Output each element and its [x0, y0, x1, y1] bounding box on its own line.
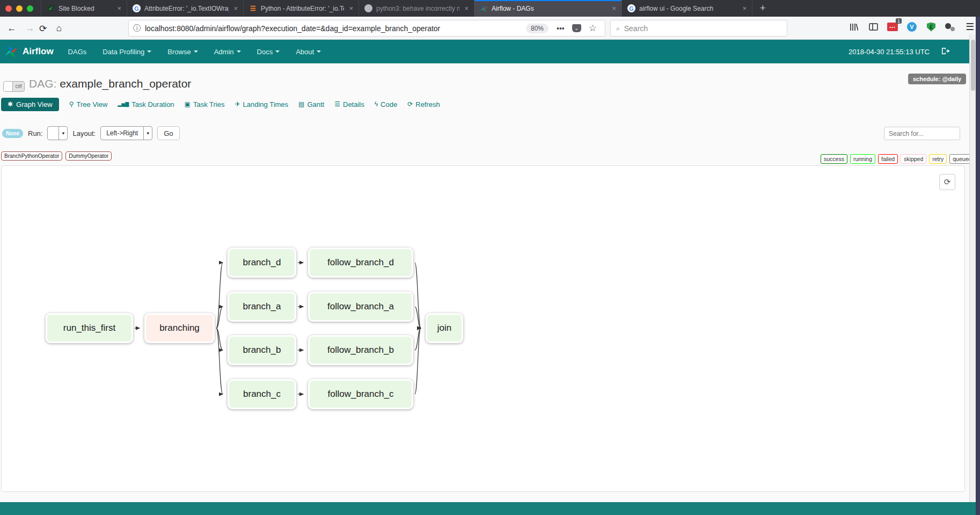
dag-node-follow_branch_d[interactable]: follow_branch_d: [308, 248, 413, 278]
airflow-brand[interactable]: Airflow: [0, 45, 60, 59]
dag-node-branch_d[interactable]: branch_d: [228, 248, 296, 278]
tab-python3-behave[interactable]: python3: behave incorrectly mo ×: [359, 0, 474, 17]
status-badge-success: success: [821, 154, 847, 164]
tab-close-icon[interactable]: ×: [741, 4, 748, 12]
airflow-navbar: Airflow DAGs Data Profiling Browse Admin…: [0, 40, 980, 63]
task-search-input[interactable]: [884, 127, 960, 140]
background-window-edge: [976, 17, 980, 515]
dag-node-branch_c[interactable]: branch_c: [228, 379, 296, 409]
go-button[interactable]: Go: [157, 126, 179, 140]
tab-close-icon[interactable]: ×: [348, 4, 354, 12]
status-badge-failed: failed: [878, 154, 898, 164]
dag-pause-toggle[interactable]: Off: [3, 81, 25, 92]
layout-label: Layout:: [72, 129, 96, 137]
dag-id: example_branch_operator: [60, 77, 191, 90]
utc-clock: 2018-04-30 21:55:13 UTC: [849, 48, 930, 56]
dag-node-branch_b[interactable]: branch_b: [228, 335, 296, 365]
extension-badge: 1: [896, 18, 902, 24]
nav-item-docs[interactable]: Docs: [249, 40, 288, 63]
tab-close-icon[interactable]: ×: [611, 4, 617, 12]
url-text[interactable]: localhost:8080/admin/airflow/graph?execu…: [145, 24, 522, 33]
address-bar[interactable]: ⓘ localhost:8080/admin/airflow/graph?exe…: [128, 20, 605, 37]
dag-node-branching[interactable]: branching: [144, 313, 215, 343]
page-scrollbar[interactable]: [969, 34, 976, 502]
landing-times-button[interactable]: ✈Landing Times: [235, 100, 288, 108]
gantt-button[interactable]: ▤Gantt: [298, 100, 324, 108]
task-tries-button[interactable]: ▣Task Tries: [185, 100, 225, 108]
details-button[interactable]: ☰Details: [334, 100, 364, 108]
layout-select[interactable]: Left->Right ▼: [100, 126, 152, 140]
tab-site-blocked[interactable]: ✓ Site Blocked ×: [41, 0, 127, 17]
zoom-level-badge[interactable]: 80%: [526, 24, 548, 33]
zoom-window-button[interactable]: [27, 5, 33, 12]
caret-down-icon: [317, 50, 321, 53]
nav-item-about[interactable]: About: [288, 40, 329, 63]
vimium-extension-icon[interactable]: V: [906, 21, 918, 33]
home-button[interactable]: ⌂: [52, 21, 67, 36]
bottom-teal-strip: [0, 502, 980, 515]
nav-item-dags[interactable]: DAGs: [60, 40, 95, 63]
dag-node-branch_a[interactable]: branch_a: [228, 292, 296, 322]
privacy-shield-extension-icon[interactable]: £: [925, 21, 937, 33]
dag-node-run_this_first[interactable]: run_this_first: [46, 313, 133, 343]
refresh-button[interactable]: ⟳Refresh: [407, 100, 440, 108]
run-select[interactable]: ▼: [47, 126, 68, 140]
firefox-window: ✓ Site Blocked × G AttributeError: '_io.…: [0, 0, 980, 515]
airflow-page: Off DAG: example_branch_operator schedul…: [0, 63, 980, 502]
caret-down-icon: [275, 50, 280, 53]
status-badge-skipped: skipped: [901, 154, 926, 164]
stackoverflow-favicon-icon: ☰: [249, 4, 257, 12]
tab-attributeerror[interactable]: G AttributeError: '_io.TextIOWrapp ×: [127, 0, 243, 17]
run-controls-row: None Run: ▼ Layout: Left->Right ▼ Go: [2, 126, 180, 141]
site-info-icon[interactable]: ⓘ: [133, 24, 141, 33]
spheres-extension-icon[interactable]: [945, 21, 956, 33]
tree-view-button[interactable]: ⚲Tree View: [69, 100, 108, 108]
adblock-extension-icon[interactable]: ••• 1: [887, 21, 898, 33]
dag-node-follow_branch_b[interactable]: follow_branch_b: [308, 335, 413, 365]
library-icon[interactable]: [848, 21, 860, 33]
task-tries-icon: ▣: [185, 100, 191, 108]
tab-airflow-dags[interactable]: Airflow - DAGs ×: [474, 0, 621, 17]
sidebar-icon[interactable]: [867, 21, 879, 33]
reload-button[interactable]: ⟳: [35, 21, 50, 36]
tab-close-icon[interactable]: ×: [116, 4, 122, 12]
graph-view-button[interactable]: ✱ Graph View: [1, 98, 59, 111]
nav-item-data-profiling[interactable]: Data Profiling: [94, 40, 159, 63]
tab-title: Airflow - DAGs: [492, 5, 534, 12]
nav-item-browse[interactable]: Browse: [159, 40, 206, 63]
browser-search-field[interactable]: ⌕ Search: [610, 20, 787, 37]
code-button[interactable]: ϟCode: [375, 100, 397, 108]
close-window-button[interactable]: [5, 5, 12, 12]
google-favicon-icon: G: [133, 4, 141, 12]
tab-airflow-ui-search[interactable]: G airflow ui - Google Search ×: [621, 0, 752, 17]
airflow-favicon-icon: [480, 4, 488, 12]
tab-title: airflow ui - Google Search: [639, 5, 713, 12]
tab-title: Site Blocked: [58, 5, 94, 12]
dag-node-join[interactable]: join: [426, 313, 463, 343]
new-tab-button[interactable]: +: [752, 0, 773, 17]
scrollbar-thumb[interactable]: [971, 40, 975, 91]
task-duration-button[interactable]: ▂▅▇Task Duration: [118, 100, 174, 108]
tab-close-icon[interactable]: ×: [232, 4, 239, 12]
bar-chart-icon: ▂▅▇: [118, 101, 129, 107]
toolbar-icons: ••• 1 V £ ☰: [848, 21, 976, 33]
pocket-icon[interactable]: ⌄: [572, 24, 581, 32]
tab-python-attributeerror[interactable]: ☰ Python - AttributeError: '_io.Te ×: [243, 0, 359, 17]
graph-refresh-button[interactable]: ⟳: [939, 174, 955, 190]
nav-item-admin[interactable]: Admin: [206, 40, 249, 63]
tab-close-icon[interactable]: ×: [463, 4, 470, 12]
back-button[interactable]: ←: [4, 21, 19, 36]
caret-down-icon: [147, 50, 151, 53]
plane-icon: ✈: [235, 100, 240, 108]
logout-icon[interactable]: [941, 47, 950, 56]
search-icon: ⌕: [616, 25, 620, 32]
dag-node-follow_branch_a[interactable]: follow_branch_a: [308, 292, 413, 322]
bookmark-star-icon[interactable]: ☆: [589, 23, 597, 34]
operator-legend: BranchPythonOperator DummyOperator: [1, 151, 112, 161]
dag-title-prefix: DAG:: [29, 77, 56, 90]
dag-node-follow_branch_c[interactable]: follow_branch_c: [308, 379, 413, 409]
page-actions-icon[interactable]: •••: [557, 24, 565, 33]
caret-down-icon: [194, 50, 198, 53]
menu-hamburger-icon[interactable]: ☰: [964, 21, 976, 33]
minimize-window-button[interactable]: [16, 5, 23, 12]
